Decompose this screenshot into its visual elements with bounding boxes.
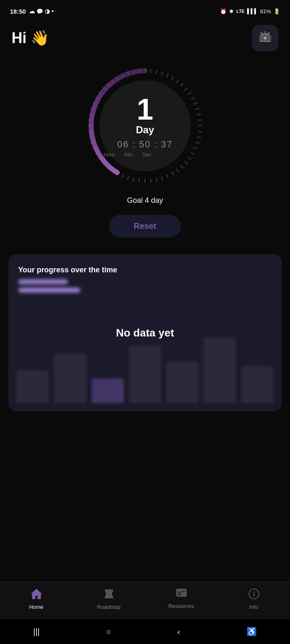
svg-line-17 <box>191 97 195 99</box>
hour-label: Hour <box>104 151 115 158</box>
cloud-icon: ☁ <box>29 8 35 14</box>
svg-line-6 <box>268 32 269 34</box>
svg-line-40 <box>127 176 128 180</box>
alarm-button[interactable] <box>252 25 278 51</box>
android-nav-bar: ||| ○ ‹ ♿ <box>0 619 290 644</box>
svg-marker-68 <box>105 590 113 598</box>
svg-line-9 <box>156 70 157 74</box>
reset-button[interactable]: Reset <box>109 215 181 238</box>
svg-line-39 <box>133 178 134 182</box>
resources-icon <box>176 588 187 601</box>
timer-time-labels: Hour Min Sec <box>104 151 186 158</box>
svg-line-11 <box>167 74 168 77</box>
svg-line-12 <box>172 76 174 80</box>
progress-card: Your progress over the time No data yet <box>8 254 282 411</box>
svg-line-13 <box>176 79 179 83</box>
blurred-label-2 <box>18 288 80 293</box>
svg-line-16 <box>188 92 191 95</box>
lte-label: LTE <box>236 9 244 14</box>
timer-time: 06 : 50 : 37 <box>104 139 186 150</box>
svg-rect-71 <box>182 590 185 592</box>
svg-line-41 <box>122 174 123 178</box>
resources-nav-label: Resources <box>168 603 194 609</box>
nav-item-info[interactable]: i Info <box>218 588 290 615</box>
nav-item-roadmap[interactable]: Roadmap <box>72 588 145 615</box>
android-menu-btn[interactable]: ||| <box>33 627 40 637</box>
svg-marker-67 <box>31 589 42 599</box>
svg-line-28 <box>188 157 191 159</box>
goal-text: Goal 4 day <box>127 196 163 205</box>
svg-line-34 <box>162 176 163 180</box>
bar-7 <box>241 366 273 403</box>
svg-line-5 <box>261 32 262 34</box>
svg-line-30 <box>181 165 184 168</box>
svg-line-32 <box>172 172 174 175</box>
android-back-btn[interactable]: ‹ <box>177 627 180 637</box>
signal-icon: ▌▌▌ <box>247 8 258 14</box>
status-right-area: ⏰ ✱ LTE ▌▌▌ 81% 🔋 <box>220 8 280 14</box>
timer-section: /* tick marks drawn below */ <box>0 60 290 250</box>
svg-line-27 <box>191 152 195 154</box>
status-left-icons: ☁ 💬 ◑ • <box>29 8 53 14</box>
roadmap-nav-label: Roadmap <box>97 604 120 610</box>
greeting-text: Hi 👋 <box>12 29 49 47</box>
svg-line-18 <box>193 103 197 104</box>
svg-line-23 <box>198 131 202 132</box>
bluetooth-icon: ✱ <box>229 8 234 14</box>
android-home-btn[interactable]: ○ <box>106 627 111 637</box>
time-display: 18:50 <box>10 8 26 15</box>
battery-icon: 🔋 <box>273 8 280 14</box>
sec-label: Sec <box>142 151 151 158</box>
blurred-label-1 <box>18 279 68 284</box>
nav-item-resources[interactable]: Resources <box>145 588 218 615</box>
svg-line-8 <box>150 69 151 73</box>
svg-line-26 <box>193 147 197 149</box>
svg-rect-70 <box>178 591 181 596</box>
svg-point-3 <box>264 37 266 39</box>
header: Hi 👋 <box>0 21 290 60</box>
blurred-labels <box>18 279 272 293</box>
svg-line-14 <box>181 83 184 86</box>
home-icon <box>30 588 43 601</box>
svg-line-33 <box>167 174 168 178</box>
svg-line-36 <box>150 178 151 183</box>
bar-2 <box>54 353 86 403</box>
svg-line-35 <box>156 178 157 182</box>
dot-icon: • <box>51 8 53 14</box>
svg-line-15 <box>184 88 187 91</box>
bar-4 <box>129 345 161 403</box>
gauge-container: /* tick marks drawn below */ <box>83 64 207 188</box>
whatsapp-icon: 💬 <box>36 8 43 14</box>
status-bar: 18:50 ☁ 💬 ◑ • ⏰ ✱ LTE ▌▌▌ 81% 🔋 <box>0 0 290 21</box>
status-time: 18:50 ☁ 💬 ◑ • <box>10 8 53 15</box>
circle-icon: ◑ <box>45 8 50 14</box>
svg-line-29 <box>184 161 187 164</box>
bar-6 <box>203 337 236 403</box>
roadmap-icon <box>103 588 115 601</box>
alarm-status-icon: ⏰ <box>220 8 227 14</box>
battery-text: 81% <box>260 8 271 14</box>
svg-line-24 <box>197 137 201 138</box>
svg-line-31 <box>176 169 179 172</box>
bar-1 <box>17 370 49 403</box>
timer-days: 1 <box>104 94 186 124</box>
svg-line-25 <box>196 142 200 144</box>
home-nav-label: Home <box>29 604 44 610</box>
nav-item-home[interactable]: Home <box>0 588 72 615</box>
info-nav-label: Info <box>249 604 259 610</box>
svg-line-20 <box>197 114 201 115</box>
alarm-icon <box>258 31 273 46</box>
no-data-text: No data yet <box>116 327 174 339</box>
bottom-nav: Home Roadmap Resources i Info <box>0 582 290 619</box>
bar-5 <box>166 362 198 403</box>
svg-text:i: i <box>253 591 254 598</box>
timer-display: 1 Day 06 : 50 : 37 Hour Min Sec <box>104 94 186 158</box>
bar-3 <box>92 378 124 403</box>
svg-line-19 <box>196 108 200 109</box>
svg-line-38 <box>139 178 140 183</box>
android-accessibility-btn[interactable]: ♿ <box>247 627 257 637</box>
svg-rect-1 <box>261 33 269 36</box>
svg-line-10 <box>162 72 163 76</box>
timer-day-label: Day <box>104 124 186 136</box>
progress-title: Your progress over the time <box>18 266 272 274</box>
